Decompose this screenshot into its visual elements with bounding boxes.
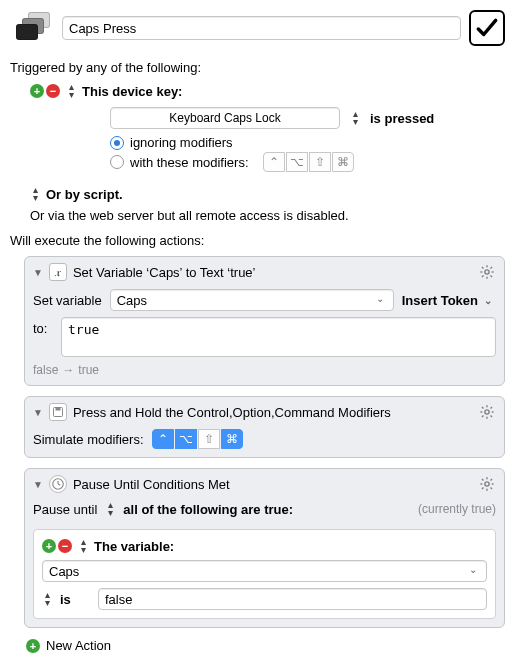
condition-op-stepper[interactable]: ▴▾ [42, 591, 52, 607]
variable-name-input[interactable] [110, 289, 394, 311]
mod-opt-icon[interactable]: ⌥ [286, 152, 308, 172]
trigger-type-label: This device key: [82, 84, 182, 99]
new-action-button[interactable]: + New Action [26, 638, 505, 653]
radio-with-modifiers[interactable] [110, 155, 124, 169]
svg-line-8 [491, 267, 492, 268]
condition-variable-dropdown-icon[interactable]: ⌄ [465, 564, 481, 575]
action-set-variable: ▼ 𝑥 Set Variable ‘Caps’ to Text ‘true’ S… [24, 256, 505, 386]
variable-value-input[interactable] [61, 317, 496, 357]
action-gear-button[interactable] [478, 263, 496, 281]
mod-ctrl-icon[interactable]: ⌃ [263, 152, 285, 172]
svg-rect-10 [55, 408, 60, 411]
mod-cmd-icon[interactable]: ⌘ [332, 152, 354, 172]
svg-point-11 [485, 410, 489, 414]
set-variable-label: Set variable [33, 293, 102, 308]
pause-status-label: (currently true) [418, 502, 496, 516]
mod-ctrl-icon[interactable]: ⌃ [152, 429, 174, 449]
condition-variable-input[interactable] [42, 560, 487, 582]
svg-point-0 [485, 270, 489, 274]
mod-cmd-icon[interactable]: ⌘ [221, 429, 243, 449]
svg-line-28 [482, 479, 483, 480]
action-gear-button[interactable] [478, 475, 496, 493]
add-trigger-button[interactable]: + [30, 84, 44, 98]
svg-line-18 [482, 416, 483, 417]
device-key-field[interactable] [110, 107, 340, 129]
add-condition-button[interactable]: + [42, 539, 56, 553]
svg-line-30 [482, 488, 483, 489]
svg-line-5 [482, 267, 483, 268]
svg-line-29 [491, 488, 492, 489]
condition-type-label: The variable: [94, 539, 174, 554]
plus-icon: + [26, 639, 40, 653]
macro-title-input[interactable] [62, 16, 461, 40]
condition-value-input[interactable] [98, 588, 487, 610]
svg-line-19 [491, 407, 492, 408]
press-type-label: is pressed [370, 111, 434, 126]
pause-until-label: Pause until [33, 502, 97, 517]
clock-icon [49, 475, 67, 493]
action-press-hold-modifiers: ▼ Press and Hold the Control,Option,Comm… [24, 396, 505, 458]
svg-line-7 [482, 276, 483, 277]
condition-type-stepper[interactable]: ▴▾ [78, 538, 88, 554]
variable-icon: 𝑥 [49, 263, 67, 281]
svg-line-17 [491, 416, 492, 417]
insert-token-button[interactable]: Insert Token⌄ [402, 293, 496, 308]
variable-dropdown-icon[interactable]: ⌄ [372, 293, 388, 304]
disk-icon [49, 403, 67, 421]
simulate-modifiers-label: Simulate modifiers: [33, 432, 144, 447]
script-trigger-stepper[interactable]: ▴▾ [30, 186, 40, 202]
radio-ignore-modifiers-label: ignoring modifiers [130, 135, 233, 150]
pause-mode-label: all of the following are true: [123, 502, 293, 517]
action-title: Set Variable ‘Caps’ to Text ‘true’ [73, 265, 256, 280]
script-trigger-label: Or by script. [46, 187, 123, 202]
simulate-modifiers-strip[interactable]: ⌃ ⌥ ⇧ ⌘ [152, 429, 243, 449]
web-server-note: Or via the web server but all remote acc… [30, 208, 505, 223]
action-title: Press and Hold the Control,Option,Comman… [73, 405, 391, 420]
radio-ignore-modifiers[interactable] [110, 136, 124, 150]
action-title: Pause Until Conditions Met [73, 477, 230, 492]
actions-heading: Will execute the following actions: [10, 233, 505, 248]
to-label: to: [33, 317, 53, 336]
variable-preview: false→true [33, 363, 496, 377]
trigger-modifiers-strip[interactable]: ⌃ ⌥ ⇧ ⌘ [263, 152, 354, 172]
radio-with-modifiers-label: with these modifiers: [130, 155, 249, 170]
pause-mode-stepper[interactable]: ▴▾ [105, 501, 115, 517]
action-pause-until: ▼ Pause Until Conditions Met Pause until… [24, 468, 505, 628]
mod-shift-icon[interactable]: ⇧ [198, 429, 220, 449]
mod-shift-icon[interactable]: ⇧ [309, 152, 331, 172]
press-type-stepper[interactable]: ▴▾ [350, 110, 360, 126]
remove-condition-button[interactable]: − [58, 539, 72, 553]
mod-opt-icon[interactable]: ⌥ [175, 429, 197, 449]
macro-enabled-toggle[interactable] [469, 10, 505, 46]
svg-line-22 [58, 484, 60, 485]
disclosure-icon[interactable]: ▼ [33, 407, 43, 418]
condition-op-label: is [60, 592, 90, 607]
triggers-heading: Triggered by any of the following: [10, 60, 505, 75]
svg-point-23 [485, 482, 489, 486]
macro-service-icon [10, 10, 54, 46]
action-gear-button[interactable] [478, 403, 496, 421]
remove-trigger-button[interactable]: − [46, 84, 60, 98]
disclosure-icon[interactable]: ▼ [33, 267, 43, 278]
svg-line-16 [482, 407, 483, 408]
trigger-type-stepper[interactable]: ▴▾ [66, 83, 76, 99]
svg-line-6 [491, 276, 492, 277]
svg-line-31 [491, 479, 492, 480]
new-action-label: New Action [46, 638, 111, 653]
disclosure-icon[interactable]: ▼ [33, 479, 43, 490]
